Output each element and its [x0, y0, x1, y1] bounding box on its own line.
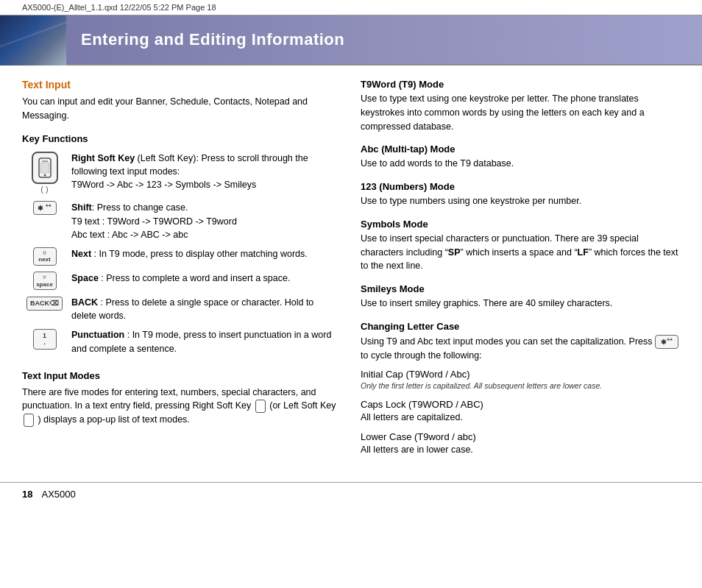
t9word-text: Use to type text using one keystroke per… [361, 92, 680, 133]
header-image-inner [0, 15, 66, 65]
soft-key-icon [32, 152, 58, 184]
svg-point-3 [43, 174, 46, 176]
smileys-section: Smileys Mode Use to insert smiley graphi… [361, 283, 680, 311]
doc-header: AX5000-(E)_Alltel_1.1.qxd 12/22/05 5:22 … [0, 0, 702, 15]
symbols-section: Symbols Mode Use to insert special chara… [361, 219, 680, 273]
symbols-title: Symbols Mode [361, 219, 680, 230]
mode-sequence: T9Word -> Abc -> 123 -> Symbols -> Smile… [71, 180, 256, 190]
svg-rect-2 [40, 163, 49, 173]
next-key-icon: 0 next [33, 247, 57, 266]
key-desc-cell: BACK : Press to delete a single space or… [67, 293, 338, 325]
t9word-section: T9Word (T9) Mode Use to type text using … [361, 79, 680, 133]
table-row: ( ) Right Soft Key (Left Soft Key): Pres… [22, 149, 338, 199]
back-key-icon: BACK⌫ [26, 297, 63, 311]
back-desc: : Press to delete a single space or char… [71, 297, 313, 321]
key-icon-cell: 1 . [22, 325, 67, 358]
table-row: 1 . Punctuation : In T9 mode, press to i… [22, 325, 338, 358]
footer-model: AX5000 [41, 489, 75, 500]
table-row: # space Space : Press to complete a word… [22, 269, 338, 293]
punctuation-key-icon: 1 . [33, 329, 57, 350]
abc-text: Use to add words to the T9 database. [361, 157, 680, 171]
table-row: 0 next Next : In T9 mode, press to displ… [22, 244, 338, 269]
back-label: BACK [71, 297, 98, 308]
initial-cap-title: Initial Cap (T9Word / Abc) [361, 369, 680, 380]
caps-lock-item: Caps Lock (T9WORD / ABC) All letters are… [361, 399, 680, 425]
phone-icon-wrapper: ( ) [26, 152, 63, 196]
shift-key-icon: ✱ ++ [33, 201, 57, 215]
left-column: Text Input You can input and edit your B… [22, 79, 338, 467]
space-label: Space [71, 273, 99, 283]
key-icon-cell: ✱ ++ [22, 198, 67, 244]
inline-left-soft-key-icon [24, 414, 34, 427]
phone-paren-label: ( ) [40, 184, 48, 196]
t9word-title: T9Word (T9) Mode [361, 79, 680, 90]
smileys-title: Smileys Mode [361, 283, 680, 294]
doc-header-text: AX5000-(E)_Alltel_1.1.qxd 12/22/05 5:22 … [22, 3, 216, 12]
right-soft-key-label: Right Soft Key (Left Soft Key): Press to… [71, 153, 308, 177]
main-content: Text Input You can input and edit your B… [0, 65, 702, 482]
lower-case-desc: All letters are in lower case. [361, 443, 680, 457]
shift-desc: : Press to change case.T9 text : T9Word … [71, 202, 237, 239]
key-icon-cell: # space [22, 269, 67, 293]
header-image [0, 15, 66, 65]
footer-page-number: 18 [22, 489, 32, 500]
table-row: BACK⌫ BACK : Press to delete a single sp… [22, 293, 338, 325]
caps-lock-title: Caps Lock (T9WORD / ABC) [361, 399, 680, 410]
text-input-title: Text Input [22, 79, 338, 91]
shift-label: Shift [71, 202, 92, 213]
smileys-text: Use to insert smiley graphics. There are… [361, 297, 680, 311]
changing-case-text: Using T9 and Abc text input modes you ca… [361, 335, 680, 363]
numbers-section: 123 (Numbers) Mode Use to type numbers u… [361, 181, 680, 208]
key-icon-cell: 0 next [22, 244, 67, 269]
header-title: Entering and Editing Information [81, 30, 344, 49]
initial-cap-subtitle: Only the first letter is capitalized. Al… [361, 380, 680, 392]
abc-section: Abc (Multi-tap) Mode Use to add words to… [361, 144, 680, 171]
text-input-modes-heading: Text Input Modes [22, 370, 338, 381]
key-desc-cell: Space : Press to complete a word and ins… [67, 269, 338, 293]
abc-title: Abc (Multi-tap) Mode [361, 144, 680, 155]
page-header: Entering and Editing Information [0, 15, 702, 65]
symbols-text: Use to insert special characters or punc… [361, 232, 680, 273]
lower-case-title: Lower Case (T9word / abc) [361, 431, 680, 442]
caps-lock-desc: All letters are capitalized. [361, 411, 680, 425]
key-functions-table: ( ) Right Soft Key (Left Soft Key): Pres… [22, 149, 338, 358]
numbers-title: 123 (Numbers) Mode [361, 181, 680, 192]
right-column: T9Word (T9) Mode Use to type text using … [361, 79, 680, 467]
key-desc-cell: Next : In T9 mode, press to display othe… [67, 244, 338, 269]
next-desc: : In T9 mode, press to display other mat… [91, 249, 308, 259]
lower-case-item: Lower Case (T9word / abc) All letters ar… [361, 431, 680, 457]
key-functions-heading: Key Functions [22, 133, 338, 144]
text-input-modes-text: There are five modes for entering text, … [22, 386, 338, 427]
intro-text: You can input and edit your Banner, Sche… [22, 95, 338, 123]
initial-cap-item: Initial Cap (T9Word / Abc) Only the firs… [361, 369, 680, 392]
page-footer: 18 AX5000 [0, 482, 702, 506]
key-icon-cell: ( ) [22, 149, 67, 199]
shift-inline-icon: ✱++ [655, 335, 678, 350]
numbers-text: Use to type numbers using one keystroke … [361, 194, 680, 208]
page-wrapper: AX5000-(E)_Alltel_1.1.qxd 12/22/05 5:22 … [0, 0, 702, 588]
key-desc-cell: Punctuation : In T9 mode, press to inser… [67, 325, 338, 358]
space-desc: : Press to complete a word and insert a … [99, 273, 291, 283]
next-label: Next [71, 249, 91, 259]
punctuation-label: Punctuation [71, 330, 124, 340]
key-icon-cell: BACK⌫ [22, 293, 67, 325]
key-desc-cell: Right Soft Key (Left Soft Key): Press to… [67, 149, 338, 199]
changing-case-heading: Changing Letter Case [361, 321, 680, 332]
space-key-icon: # space [33, 272, 57, 290]
header-title-bar: Entering and Editing Information [66, 15, 702, 64]
inline-right-soft-key-icon [255, 400, 266, 413]
table-row: ✱ ++ Shift: Press to change case.T9 text… [22, 198, 338, 244]
changing-case-section: Changing Letter Case Using T9 and Abc te… [361, 321, 680, 457]
key-desc-cell: Shift: Press to change case.T9 text : T9… [67, 198, 338, 244]
